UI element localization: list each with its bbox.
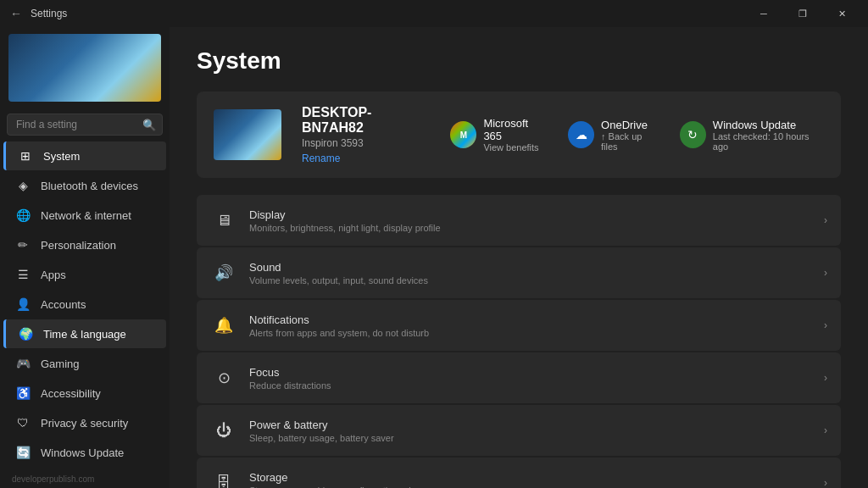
close-button[interactable]: ✕ bbox=[822, 0, 861, 27]
minimize-button[interactable]: ─ bbox=[744, 0, 783, 27]
setting-desc-notifications: Alerts from apps and system, do not dist… bbox=[249, 328, 817, 338]
titlebar-title: Settings bbox=[31, 8, 67, 19]
setting-label-notifications: Notifications bbox=[249, 313, 817, 326]
winupdate-sublabel: Last checked: 10 hours ago bbox=[713, 131, 824, 152]
sidebar-item-gaming[interactable]: 🎮 Gaming bbox=[3, 349, 166, 378]
ms365-label: Microsoft 365 bbox=[483, 117, 548, 142]
sidebar-item-network[interactable]: 🌐 Network & internet bbox=[3, 201, 166, 230]
system-info-card: DESKTOP-BN7AH82 Inspiron 3593 Rename M M… bbox=[197, 92, 841, 178]
setting-text-storage: Storage Storage space, drives, configura… bbox=[249, 471, 817, 489]
shortcut-ms365[interactable]: M Microsoft 365 View benefits bbox=[450, 117, 548, 152]
nav-label-apps: Apps bbox=[41, 269, 66, 281]
setting-chevron-focus: › bbox=[824, 372, 827, 384]
setting-label-focus: Focus bbox=[249, 366, 817, 379]
app-body: 🔍 ⊞ System ◈ Bluetooth & devices 🌐 Netwo… bbox=[0, 27, 868, 488]
setting-label-storage: Storage bbox=[249, 471, 817, 484]
setting-icon-storage: 🗄 bbox=[210, 469, 237, 488]
onedrive-label: OneDrive bbox=[601, 119, 659, 131]
setting-label-sound: Sound bbox=[249, 261, 817, 274]
setting-desc-storage: Storage space, drives, configuration rul… bbox=[249, 485, 817, 489]
nav-icon-privacy: 🛡 bbox=[15, 415, 31, 430]
winupdate-label: Windows Update bbox=[713, 119, 824, 131]
search-input[interactable] bbox=[7, 114, 163, 136]
nav-icon-personalization: ✏ bbox=[15, 237, 31, 252]
sidebar-item-bluetooth[interactable]: ◈ Bluetooth & devices bbox=[3, 171, 166, 200]
nav-label-personalization: Personalization bbox=[41, 239, 116, 252]
nav-label-accessibility: Accessibility bbox=[41, 387, 101, 400]
search-box: 🔍 bbox=[7, 114, 163, 136]
setting-row-notifications[interactable]: 🔔 Notifications Alerts from apps and sys… bbox=[197, 300, 841, 351]
setting-desc-sound: Volume levels, output, input, sound devi… bbox=[249, 275, 817, 286]
back-icon[interactable]: ← bbox=[10, 7, 22, 20]
setting-icon-sound: 🔊 bbox=[210, 259, 237, 286]
setting-label-power: Power & battery bbox=[249, 419, 817, 431]
setting-row-focus[interactable]: ⊙ Focus Reduce distractions › bbox=[197, 352, 841, 403]
nav-icon-accounts: 👤 bbox=[15, 297, 31, 312]
nav-label-bluetooth: Bluetooth & devices bbox=[41, 180, 138, 192]
nav-icon-network: 🌐 bbox=[15, 208, 31, 223]
setting-row-display[interactable]: 🖥 Display Monitors, brightness, night li… bbox=[197, 195, 841, 246]
setting-text-display: Display Monitors, brightness, night ligh… bbox=[249, 208, 817, 233]
titlebar: ← Settings ─ ❐ ✕ bbox=[0, 0, 868, 27]
sidebar-item-apps[interactable]: ☰ Apps bbox=[3, 260, 166, 289]
sidebar-item-accounts[interactable]: 👤 Accounts bbox=[3, 290, 166, 319]
main-content: System DESKTOP-BN7AH82 Inspiron 3593 Ren… bbox=[170, 27, 868, 488]
nav-icon-accessibility: ♿ bbox=[15, 385, 31, 401]
sidebar-item-accessibility[interactable]: ♿ Accessibility bbox=[3, 379, 166, 408]
shortcut-onedrive[interactable]: ☁ OneDrive ↑ Back up files bbox=[568, 117, 659, 152]
setting-text-notifications: Notifications Alerts from apps and syste… bbox=[249, 313, 817, 338]
nav-list: ⊞ System ◈ Bluetooth & devices 🌐 Network… bbox=[0, 141, 170, 468]
device-thumbnail bbox=[214, 109, 281, 160]
nav-icon-system: ⊞ bbox=[18, 148, 33, 164]
ms365-sublabel: View benefits bbox=[483, 142, 548, 152]
nav-label-accounts: Accounts bbox=[41, 298, 86, 311]
shortcut-winupdate[interactable]: ↻ Windows Update Last checked: 10 hours … bbox=[680, 117, 824, 152]
sidebar-thumbnail bbox=[8, 34, 161, 102]
nav-icon-apps: ☰ bbox=[15, 267, 31, 282]
sidebar-item-winupdate[interactable]: 🔄 Windows Update bbox=[3, 438, 166, 467]
setting-text-power: Power & battery Sleep, battery usage, ba… bbox=[249, 419, 817, 443]
setting-row-power[interactable]: ⏻ Power & battery Sleep, battery usage, … bbox=[197, 405, 841, 456]
device-model: Inspiron 3593 bbox=[302, 137, 430, 149]
titlebar-controls: ─ ❐ ✕ bbox=[744, 0, 861, 27]
setting-icon-power: ⏻ bbox=[210, 417, 237, 444]
nav-icon-gaming: 🎮 bbox=[15, 356, 31, 371]
onedrive-sublabel: ↑ Back up files bbox=[601, 131, 659, 152]
setting-icon-focus: ⊙ bbox=[210, 364, 237, 391]
sidebar-item-privacy[interactable]: 🛡 Privacy & security bbox=[3, 408, 166, 437]
device-name: DESKTOP-BN7AH82 bbox=[302, 105, 430, 136]
onedrive-text: OneDrive ↑ Back up files bbox=[601, 119, 659, 152]
setting-text-focus: Focus Reduce distractions bbox=[249, 366, 817, 391]
setting-text-sound: Sound Volume levels, output, input, soun… bbox=[249, 261, 817, 286]
page-title: System bbox=[197, 47, 841, 75]
sidebar-item-time[interactable]: 🌍 Time & language bbox=[3, 319, 166, 348]
setting-row-sound[interactable]: 🔊 Sound Volume levels, output, input, so… bbox=[197, 247, 841, 298]
sidebar-item-personalization[interactable]: ✏ Personalization bbox=[3, 230, 166, 259]
sidebar-item-system[interactable]: ⊞ System bbox=[3, 141, 166, 170]
nav-label-gaming: Gaming bbox=[41, 358, 80, 370]
setting-icon-display: 🖥 bbox=[210, 207, 237, 234]
nav-icon-bluetooth: ◈ bbox=[15, 178, 31, 193]
onedrive-icon: ☁ bbox=[568, 121, 594, 148]
maximize-button[interactable]: ❐ bbox=[783, 0, 822, 27]
settings-list: 🖥 Display Monitors, brightness, night li… bbox=[197, 195, 841, 488]
setting-icon-notifications: 🔔 bbox=[210, 312, 237, 339]
nav-label-time: Time & language bbox=[43, 328, 126, 341]
rename-link[interactable]: Rename bbox=[302, 152, 430, 164]
setting-chevron-notifications: › bbox=[824, 319, 827, 331]
sidebar: 🔍 ⊞ System ◈ Bluetooth & devices 🌐 Netwo… bbox=[0, 27, 170, 488]
setting-chevron-power: › bbox=[824, 424, 827, 436]
setting-row-storage[interactable]: 🗄 Storage Storage space, drives, configu… bbox=[197, 458, 841, 488]
search-icon: 🔍 bbox=[142, 119, 156, 131]
nav-label-winupdate: Windows Update bbox=[41, 446, 124, 459]
setting-desc-focus: Reduce distractions bbox=[249, 380, 817, 391]
winupdate-icon: ↻ bbox=[680, 121, 706, 148]
setting-desc-display: Monitors, brightness, night light, displ… bbox=[249, 223, 817, 233]
sidebar-thumbnail-image bbox=[8, 34, 161, 102]
setting-desc-power: Sleep, battery usage, battery saver bbox=[249, 433, 817, 443]
ms365-text: Microsoft 365 View benefits bbox=[483, 117, 548, 152]
setting-chevron-storage: › bbox=[824, 477, 827, 488]
watermark: developerpublish.com bbox=[0, 468, 170, 488]
titlebar-left: ← Settings bbox=[10, 7, 67, 20]
nav-label-system: System bbox=[43, 150, 80, 163]
